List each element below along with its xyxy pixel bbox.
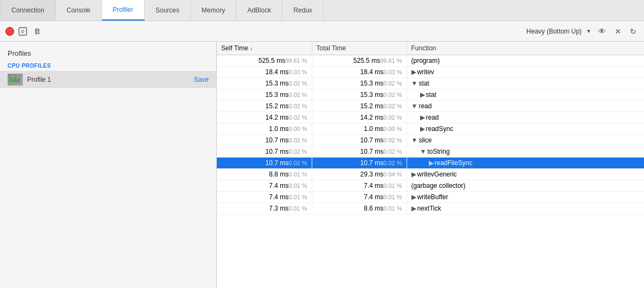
svg-rect-4 bbox=[17, 78, 18, 82]
cell-self-time: 15.2 ms0.02 % bbox=[217, 101, 312, 112]
table-row[interactable]: 10.7 ms0.02 %10.7 ms0.02 %▼toString bbox=[217, 146, 644, 158]
record-button[interactable] bbox=[5, 27, 14, 36]
table-row[interactable]: 14.2 ms0.02 %14.2 ms0.02 %▶read bbox=[217, 112, 644, 123]
cell-total-time: 1.0 ms0.00 % bbox=[312, 123, 407, 135]
table-row[interactable]: 1.0 ms0.00 %1.0 ms0.00 %▶readSync bbox=[217, 123, 644, 135]
cell-total-time: 15.3 ms0.02 % bbox=[312, 89, 407, 101]
table-row[interactable]: 7.4 ms0.01 %7.4 ms0.01 %▶writeBuffer bbox=[217, 192, 644, 203]
cell-self-time: 7.4 ms0.01 % bbox=[217, 192, 312, 203]
view-mode-label: Heavy (Bottom Up) bbox=[526, 28, 582, 35]
eye-icon-button[interactable]: 👁 bbox=[596, 25, 608, 37]
tab-bar: Connection Console Profiler Sources Memo… bbox=[0, 0, 644, 21]
tab-profiler[interactable]: Profiler bbox=[102, 0, 145, 21]
cell-function: ▶stat bbox=[407, 89, 644, 101]
refresh-icon-button[interactable]: ↻ bbox=[628, 26, 639, 37]
cell-function: ▶nextTick bbox=[407, 203, 644, 214]
sidebar: Profiles CPU PROFILES Profile 1 Save bbox=[0, 42, 217, 288]
close-icon-button[interactable]: ✕ bbox=[613, 26, 623, 37]
stop-button[interactable]: ⊘ bbox=[18, 27, 27, 36]
cell-total-time: 525.5 ms99.61 % bbox=[312, 55, 407, 67]
cell-function: ▼toString bbox=[407, 146, 644, 158]
table-row[interactable]: 7.4 ms0.01 %7.4 ms0.01 %(garbage collect… bbox=[217, 180, 644, 192]
cell-function: (program) bbox=[407, 55, 644, 67]
cell-self-time: 15.3 ms0.02 % bbox=[217, 89, 312, 101]
cell-function: ▶writeBuffer bbox=[407, 192, 644, 203]
cell-self-time: 8.8 ms0.01 % bbox=[217, 169, 312, 180]
cell-total-time: 10.7 ms0.02 % bbox=[312, 158, 407, 169]
table-row[interactable]: 7.3 ms0.01 %8.6 ms0.01 %▶nextTick bbox=[217, 203, 644, 214]
table-row[interactable]: 15.3 ms0.02 %15.3 ms0.02 %▶stat bbox=[217, 89, 644, 101]
cell-self-time: 7.4 ms0.01 % bbox=[217, 180, 312, 192]
cell-self-time: 10.7 ms0.02 % bbox=[217, 158, 312, 169]
col-header-function[interactable]: Function bbox=[407, 42, 644, 55]
cpu-profiles-header: CPU PROFILES bbox=[0, 62, 216, 71]
svg-rect-5 bbox=[19, 77, 20, 82]
table-row[interactable]: 8.8 ms0.01 %29.3 ms0.04 %▶writevGeneric bbox=[217, 169, 644, 180]
cell-total-time: 14.2 ms0.02 % bbox=[312, 112, 407, 123]
cell-function: ▼stat bbox=[407, 78, 644, 89]
cell-total-time: 7.4 ms0.01 % bbox=[312, 192, 407, 203]
table-row[interactable]: 15.3 ms0.02 %15.3 ms0.02 %▼stat bbox=[217, 78, 644, 89]
tab-redux[interactable]: Redux bbox=[282, 0, 324, 21]
cell-total-time: 29.3 ms0.04 % bbox=[312, 169, 407, 180]
profile-table: Self Time↓ Total Time Function 525.5 ms9… bbox=[217, 42, 644, 214]
cell-function: ▶writevGeneric bbox=[407, 169, 644, 180]
col-header-total-time[interactable]: Total Time bbox=[312, 42, 407, 55]
cell-self-time: 7.3 ms0.01 % bbox=[217, 203, 312, 214]
save-profile-button[interactable]: Save bbox=[194, 76, 209, 83]
cell-self-time: 15.3 ms0.02 % bbox=[217, 78, 312, 89]
tab-adblock[interactable]: AdBlock bbox=[236, 0, 282, 21]
tab-connection[interactable]: Connection bbox=[0, 0, 56, 21]
profile-icon bbox=[8, 74, 23, 86]
cell-function: ▶readSync bbox=[407, 123, 644, 135]
view-mode-arrow: ▼ bbox=[586, 28, 591, 34]
clear-button[interactable]: 🗑 bbox=[31, 26, 43, 36]
profile-item[interactable]: Profile 1 Save bbox=[0, 71, 216, 88]
svg-rect-3 bbox=[15, 76, 16, 82]
table-body: 525.5 ms99.61 %525.5 ms99.61 %(program)1… bbox=[217, 55, 644, 214]
cell-total-time: 18.4 ms0.03 % bbox=[312, 67, 407, 78]
cell-self-time: 10.7 ms0.02 % bbox=[217, 146, 312, 158]
cell-total-time: 15.3 ms0.02 % bbox=[312, 78, 407, 89]
cell-self-time: 10.7 ms0.02 % bbox=[217, 135, 312, 146]
table-row[interactable]: 18.4 ms0.03 %18.4 ms0.03 %▶writev bbox=[217, 67, 644, 78]
table-row[interactable]: 10.7 ms0.02 %10.7 ms0.02 %▼slice bbox=[217, 135, 644, 146]
toolbar: ⊘ 🗑 Heavy (Bottom Up) ▼ 👁 ✕ ↻ bbox=[0, 21, 644, 42]
profile-name: Profile 1 bbox=[27, 76, 190, 83]
main-layout: Profiles CPU PROFILES Profile 1 Save bbox=[0, 42, 644, 288]
cell-total-time: 10.7 ms0.02 % bbox=[312, 135, 407, 146]
cell-total-time: 10.7 ms0.02 % bbox=[312, 146, 407, 158]
cell-self-time: 18.4 ms0.03 % bbox=[217, 67, 312, 78]
cell-total-time: 15.2 ms0.02 % bbox=[312, 101, 407, 112]
cell-total-time: 8.6 ms0.01 % bbox=[312, 203, 407, 214]
sidebar-title: Profiles bbox=[0, 47, 216, 62]
table-header-row: Self Time↓ Total Time Function bbox=[217, 42, 644, 55]
cell-total-time: 7.4 ms0.01 % bbox=[312, 180, 407, 192]
svg-rect-1 bbox=[10, 77, 12, 82]
tab-memory[interactable]: Memory bbox=[191, 0, 236, 21]
table-row[interactable]: 525.5 ms99.61 %525.5 ms99.61 %(program) bbox=[217, 55, 644, 67]
cell-function: (garbage collector) bbox=[407, 180, 644, 192]
tab-sources[interactable]: Sources bbox=[145, 0, 191, 21]
cell-function: ▶writev bbox=[407, 67, 644, 78]
cell-function: ▼read bbox=[407, 101, 644, 112]
cell-function: ▶read bbox=[407, 112, 644, 123]
tab-console[interactable]: Console bbox=[56, 0, 102, 21]
sort-arrow: ↓ bbox=[250, 45, 253, 51]
cell-function: ▼slice bbox=[407, 135, 644, 146]
svg-rect-2 bbox=[12, 78, 14, 82]
table-row[interactable]: 10.7 ms0.02 %10.7 ms0.02 %▶readFileSync bbox=[217, 158, 644, 169]
cell-self-time: 1.0 ms0.00 % bbox=[217, 123, 312, 135]
cell-self-time: 14.2 ms0.02 % bbox=[217, 112, 312, 123]
cell-self-time: 525.5 ms99.61 % bbox=[217, 55, 312, 67]
table-row[interactable]: 15.2 ms0.02 %15.2 ms0.02 %▼read bbox=[217, 101, 644, 112]
col-header-self-time[interactable]: Self Time↓ bbox=[217, 42, 312, 55]
cell-function: ▶readFileSync bbox=[407, 158, 644, 169]
content-area: Self Time↓ Total Time Function 525.5 ms9… bbox=[217, 42, 644, 288]
